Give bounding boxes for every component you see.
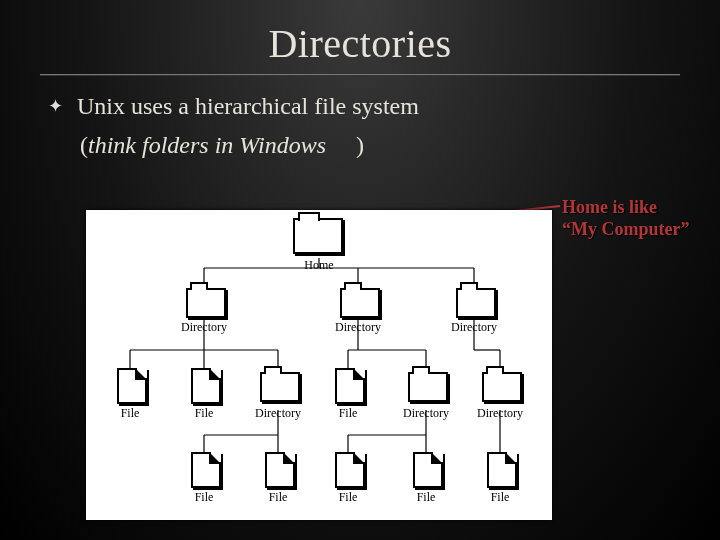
r2-2-label: Directory — [248, 406, 308, 421]
r2-0-label: File — [100, 406, 160, 421]
r2-5-label: Directory — [470, 406, 530, 421]
annotation-line2: “My Computer” — [562, 218, 689, 240]
r2-1-icon — [191, 368, 221, 404]
annotation-line1: Home is like — [562, 196, 689, 218]
r2-4-icon — [408, 372, 448, 402]
r2-3-icon — [335, 368, 365, 404]
title-divider — [40, 74, 680, 76]
r3-1-icon — [265, 452, 295, 488]
r3-2-label: File — [318, 490, 378, 505]
bullet-row: ✦ Unix uses a hierarchical file system — [48, 92, 680, 120]
dir-a-icon — [186, 288, 226, 318]
connector-lines — [86, 210, 552, 520]
r2-2-icon — [260, 372, 300, 402]
paren-open: ( — [80, 132, 88, 158]
r3-0-icon — [191, 452, 221, 488]
r3-1-label: File — [248, 490, 308, 505]
r3-3-label: File — [396, 490, 456, 505]
r2-3-label: File — [318, 406, 378, 421]
r3-4-icon — [487, 452, 517, 488]
dir-a-label: Directory — [174, 320, 234, 335]
r2-1-label: File — [174, 406, 234, 421]
bullet-icon: ✦ — [48, 92, 63, 120]
r2-4-label: Directory — [396, 406, 456, 421]
diagram-panel: Home Directory Directory Directory File … — [86, 210, 552, 520]
dir-b-icon — [340, 288, 380, 318]
dir-c-label: Directory — [444, 320, 504, 335]
bullet-text: Unix uses a hierarchical file system — [77, 92, 419, 120]
home-folder-icon — [293, 218, 343, 254]
slide: Directories ✦ Unix uses a hierarchical f… — [0, 0, 720, 540]
r3-0-label: File — [174, 490, 234, 505]
r3-3-icon — [413, 452, 443, 488]
r3-2-icon — [335, 452, 365, 488]
subline-italic: think folders in Windows — [88, 132, 326, 158]
annotation: Home is like “My Computer” — [562, 196, 689, 240]
dir-c-icon — [456, 288, 496, 318]
slide-title: Directories — [0, 20, 720, 67]
r2-5-icon — [482, 372, 522, 402]
home-label: Home — [289, 258, 349, 273]
subline: (think folders in Windows ) — [80, 132, 364, 159]
paren-close: ) — [356, 132, 364, 158]
dir-b-label: Directory — [328, 320, 388, 335]
r2-0-icon — [117, 368, 147, 404]
r3-4-label: File — [470, 490, 530, 505]
